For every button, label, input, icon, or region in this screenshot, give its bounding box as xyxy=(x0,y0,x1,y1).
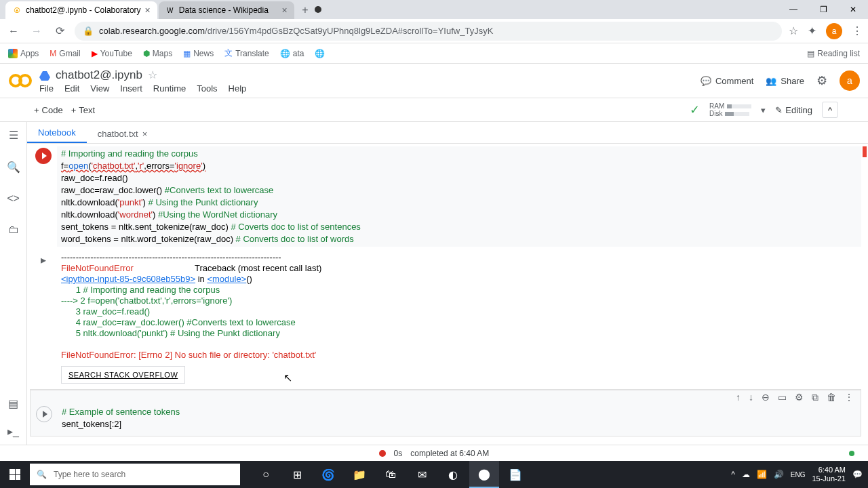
mirror-icon[interactable]: ⧉ xyxy=(812,392,818,403)
apps-shortcut[interactable]: Apps xyxy=(8,49,39,58)
edge-icon[interactable]: 🌀 xyxy=(313,461,343,488)
share-icon: 👥 xyxy=(766,76,776,86)
menu-view[interactable]: View xyxy=(90,83,109,94)
code-editor[interactable]: # Example of sentence tokens sent_tokens… xyxy=(58,405,861,432)
menu-help[interactable]: Help xyxy=(229,83,247,94)
resource-meter[interactable]: RAM Disk xyxy=(709,102,751,117)
app-icon[interactable]: ◐ xyxy=(438,461,468,488)
menu-runtime[interactable]: Runtime xyxy=(153,83,186,94)
editing-mode-button[interactable]: ✎Editing xyxy=(775,105,812,115)
comment-button[interactable]: 💬Comment xyxy=(701,76,753,86)
pencil-icon: ✎ xyxy=(775,105,783,115)
settings-cell-icon[interactable]: ⚙ xyxy=(795,392,804,403)
run-button-error[interactable] xyxy=(35,148,52,164)
variables-icon[interactable]: ▤ xyxy=(8,397,18,410)
tray-expand-icon[interactable]: ^ xyxy=(731,470,735,479)
new-tab-button[interactable]: + xyxy=(296,1,315,19)
code-cell-1[interactable]: # Importing and reading the corpus f=ope… xyxy=(30,146,861,247)
run-button[interactable] xyxy=(36,406,52,422)
move-up-icon[interactable]: ↑ xyxy=(736,392,741,403)
bookmark-ata[interactable]: 🌐ata xyxy=(280,49,304,58)
notebook-title[interactable]: chatbot2@.ipynb xyxy=(56,68,142,82)
files-icon[interactable]: 🗀 xyxy=(8,224,19,236)
star-icon[interactable]: ☆ xyxy=(789,24,798,37)
maximize-button[interactable]: ❐ xyxy=(808,0,838,19)
move-down-icon[interactable]: ↓ xyxy=(749,392,753,403)
windows-search-input[interactable]: 🔍Type here to search xyxy=(30,464,240,485)
menu-edit[interactable]: Edit xyxy=(64,83,79,94)
minimize-button[interactable]: — xyxy=(778,0,808,19)
svg-marker-2 xyxy=(39,71,50,81)
extensions-icon[interactable]: ✦ xyxy=(808,24,816,37)
add-text-button[interactable]: + Text xyxy=(71,105,95,115)
chrome-icon[interactable]: ⬤ xyxy=(469,461,499,488)
apps-icon xyxy=(8,49,18,58)
wifi-icon[interactable]: 📶 xyxy=(757,470,767,479)
tab-chatbot-txt[interactable]: chatbot.txt× xyxy=(87,125,159,143)
bookmark-youtube[interactable]: ▶YouTube xyxy=(92,49,132,58)
menu-file[interactable]: File xyxy=(39,83,54,94)
onedrive-icon[interactable]: ☁ xyxy=(742,470,750,479)
more-icon[interactable]: ⋮ xyxy=(844,392,854,403)
menu-tools[interactable]: Tools xyxy=(197,83,217,94)
close-icon[interactable]: × xyxy=(142,129,148,139)
browser-tab-strip: ⦿ chatbot2@.ipynb - Colaboratory × W Dat… xyxy=(0,0,868,19)
notifications-icon[interactable]: 💬 xyxy=(852,470,863,479)
add-code-button[interactable]: + Code xyxy=(34,105,63,115)
code-editor[interactable]: # Importing and reading the corpus f=ope… xyxy=(57,146,861,247)
close-icon[interactable]: × xyxy=(145,5,151,16)
bookmark-news[interactable]: ▦News xyxy=(183,49,214,58)
share-button[interactable]: 👥Share xyxy=(766,76,804,86)
store-icon[interactable]: 🛍 xyxy=(376,461,406,488)
comment-cell-icon[interactable]: ▭ xyxy=(778,392,787,403)
profile-avatar[interactable]: a xyxy=(826,23,842,39)
mail-icon[interactable]: ✉ xyxy=(407,461,437,488)
collapse-button[interactable]: ^ xyxy=(822,102,838,118)
bookmark-unnamed[interactable]: 🌐 xyxy=(315,49,325,58)
start-button[interactable] xyxy=(0,461,30,488)
dropdown-icon[interactable]: ▾ xyxy=(761,105,766,115)
search-icon[interactable]: 🔍 xyxy=(7,161,20,174)
cells-container[interactable]: # Importing and reading the corpus f=ope… xyxy=(27,144,868,445)
menu-icon[interactable]: ⋮ xyxy=(852,24,863,37)
user-avatar[interactable]: a xyxy=(840,70,860,91)
address-bar: ← → ⟳ 🔒 colab.research.google.com/drive/… xyxy=(0,19,868,43)
explorer-icon[interactable]: 📁 xyxy=(344,461,374,488)
output-icon[interactable]: ▸ xyxy=(41,253,46,385)
toc-icon[interactable]: ☰ xyxy=(9,129,18,142)
snippets-icon[interactable]: <> xyxy=(7,192,20,205)
error-output[interactable]: ----------------------------------------… xyxy=(57,251,861,385)
browser-tab-colab[interactable]: ⦿ chatbot2@.ipynb - Colaboratory × xyxy=(5,1,157,19)
back-button[interactable]: ← xyxy=(5,23,22,39)
notepad-icon[interactable]: 📄 xyxy=(500,461,530,488)
task-view-icon[interactable]: ⊞ xyxy=(282,461,312,488)
browser-tab-wikipedia[interactable]: W Data science - Wikipedia × xyxy=(159,1,294,19)
link-icon[interactable]: ⊖ xyxy=(762,392,770,403)
delete-icon[interactable]: 🗑 xyxy=(827,392,836,403)
bookmark-translate[interactable]: 文Translate xyxy=(224,47,269,59)
bookmark-maps[interactable]: ⬢Maps xyxy=(143,49,172,58)
star-icon[interactable]: ☆ xyxy=(148,68,157,81)
tab-title: chatbot2@.ipynb - Colaboratory xyxy=(26,5,141,15)
close-window-button[interactable]: ✕ xyxy=(838,0,868,19)
settings-icon[interactable]: ⚙ xyxy=(816,73,827,88)
volume-icon[interactable]: 🔊 xyxy=(774,470,784,479)
cortana-icon[interactable]: ○ xyxy=(251,461,281,488)
tab-notebook[interactable]: Notebook xyxy=(27,123,87,143)
search-stackoverflow-button[interactable]: SEARCH STACK OVERFLOW xyxy=(61,366,185,384)
url-host: colab.research.google.com xyxy=(99,26,205,36)
bookmark-gmail[interactable]: MGmail xyxy=(50,49,80,58)
lock-icon: 🔒 xyxy=(83,26,94,36)
status-bar: 0s completed at 6:40 AM xyxy=(0,445,868,461)
menu-insert[interactable]: Insert xyxy=(120,83,142,94)
clock[interactable]: 6:40 AM 15-Jun-21 xyxy=(812,466,846,483)
close-icon[interactable]: × xyxy=(282,5,288,16)
url-input[interactable]: 🔒 colab.research.google.com/drive/156Ym4… xyxy=(75,22,782,41)
language-indicator[interactable]: ENG xyxy=(791,471,806,479)
globe-icon: 🌐 xyxy=(315,49,325,58)
forward-button[interactable]: → xyxy=(28,23,45,39)
code-cell-2[interactable]: ↑ ↓ ⊖ ▭ ⚙ ⧉ 🗑 ⋮ # Example of sentence to… xyxy=(30,389,861,436)
reload-button[interactable]: ⟳ xyxy=(52,23,68,39)
terminal-icon[interactable]: ▸_ xyxy=(7,425,19,438)
reading-list-button[interactable]: ▤Reading list xyxy=(807,49,860,58)
